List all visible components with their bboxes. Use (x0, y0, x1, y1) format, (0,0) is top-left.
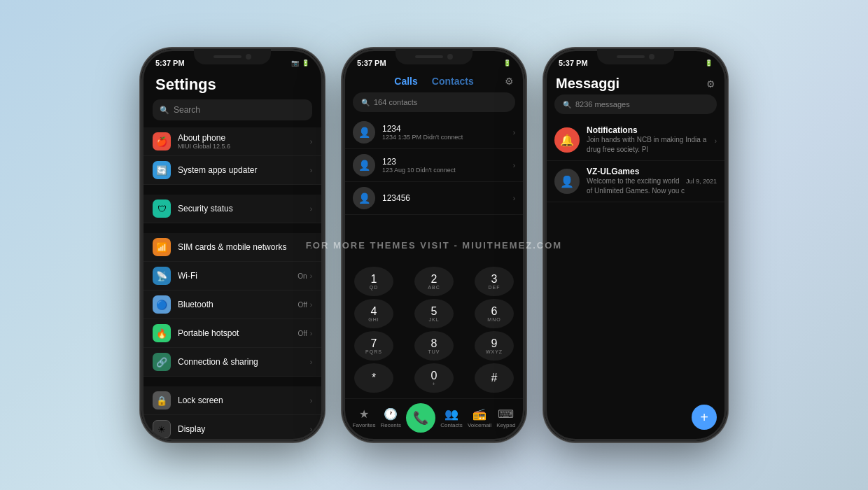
call-name-1: 1234 (382, 124, 513, 134)
settings-item-connection-sharing[interactable]: 🔗 Connection & sharing › (141, 348, 323, 377)
keypad-5[interactable]: 5 JKL (414, 299, 454, 328)
dialer-gear-icon[interactable]: ⚙ (505, 76, 514, 87)
about-phone-icon: 🍎 (153, 132, 171, 150)
system-apps-icon: 🔄 (153, 161, 171, 179)
settings-item-security-status[interactable]: 🛡 Security status › (141, 195, 323, 223)
status-time-3: 5:37 PM (559, 59, 588, 67)
settings-item-wifi[interactable]: 📡 Wi-Fi On › (141, 262, 323, 290)
keypad-num-8: 8 (431, 338, 438, 349)
call-button[interactable]: 📞 (406, 403, 435, 433)
message-item-notifications[interactable]: 🔔 Notifications Join hands with NCB in m… (545, 120, 727, 161)
message-info-vzulgames: VZ-ULGames Welcome to the exciting world… (587, 167, 686, 196)
settings-item-sim[interactable]: 📶 SIM cards & mobile networks › (141, 233, 323, 262)
keypad-7[interactable]: 7 PQRS (354, 331, 393, 360)
compose-button[interactable]: + (692, 405, 717, 430)
tab-favorites[interactable]: ★ Favorites (353, 407, 376, 428)
dialer-search-bar[interactable]: 🔍 164 contacts (353, 92, 515, 112)
notifications-chevron: › (715, 137, 717, 145)
message-item-vzulgames[interactable]: 👤 VZ-ULGames Welcome to the exciting wor… (545, 161, 727, 202)
wifi-label: Wi-Fi (178, 271, 298, 281)
keypad-num-2: 2 (431, 274, 438, 285)
call-item-123[interactable]: 👤 123 123 Aug 10 Didn't connect › (343, 149, 525, 182)
keypad-8[interactable]: 8 TUV (414, 331, 454, 360)
phone-messages: 5:37 PM 🔋 Messaggi ⚙ 🔍 8236 messages 🔔 (545, 49, 727, 441)
message-avatar-notifications: 🔔 (554, 127, 580, 153)
call-chevron-1: › (513, 129, 515, 136)
message-text-notifications: Join hands with NCB in making India a dr… (587, 135, 715, 155)
recents-icon: 🕐 (384, 407, 398, 421)
message-date-vzulgames: Jul 9, 2021 (686, 178, 717, 185)
security-text: Security status (178, 204, 310, 214)
tab-keypad[interactable]: ⌨ Keypad (496, 407, 515, 428)
call-info-1: 1234 1234 1:35 PM Didn't connect (382, 124, 513, 141)
notch-dot-3 (649, 54, 654, 59)
voicemail-icon: 📻 (472, 407, 486, 421)
favorites-label: Favorites (353, 422, 376, 428)
notch-line-3 (617, 55, 645, 58)
notch-3 (597, 49, 674, 64)
messages-search-bar[interactable]: 🔍 8236 messages (554, 94, 717, 114)
keypad-6[interactable]: 6 MNO (475, 299, 514, 328)
messages-content: Messaggi ⚙ 🔍 8236 messages 🔔 Notificatio… (545, 71, 727, 441)
keypad-letters-1: QD (370, 285, 379, 290)
about-phone-text: About phone MIUI Global 12.5.6 (178, 133, 310, 150)
connection-label: Connection & sharing (178, 357, 310, 367)
display-icon: ☀ (153, 420, 171, 438)
settings-item-hotspot[interactable]: 🔥 Portable hotspot Off › (141, 319, 323, 348)
contacts-label: Contacts (440, 422, 463, 428)
tab-contacts[interactable]: 👥 Contacts (440, 407, 463, 428)
system-apps-label: System apps updater (178, 165, 310, 175)
messages-gear-icon[interactable]: ⚙ (706, 78, 715, 90)
keypad-3[interactable]: 3 DEF (475, 267, 514, 296)
recent-calls-list: 👤 1234 1234 1:35 PM Didn't connect › 👤 1… (343, 116, 525, 262)
call-avatar-2: 👤 (353, 154, 375, 176)
keypad-0[interactable]: 0 + (414, 363, 454, 393)
phones-container: 5:37 PM 📷 🔋 Settings 🔍 Search 🍎 (141, 49, 727, 441)
settings-search-bar[interactable]: 🔍 Search (153, 99, 312, 120)
message-meta-notifications: › (715, 134, 717, 146)
keypad-2[interactable]: 2 ABC (414, 267, 454, 296)
keypad-1[interactable]: 1 QD (354, 267, 393, 296)
messages-search-text: 8236 messages (575, 100, 630, 108)
keypad-hash[interactable]: # (475, 363, 514, 393)
settings-item-bluetooth[interactable]: 🔵 Bluetooth Off › (141, 290, 323, 319)
keypad-9[interactable]: 9 WXYZ (475, 331, 514, 360)
security-label: Security status (178, 204, 310, 214)
phone-dialer: 5:37 PM 🔋 Calls Contacts ⚙ 🔍 164 contact… (343, 49, 525, 441)
settings-item-display[interactable]: ☀ Display › (141, 415, 323, 441)
settings-item-lock-screen[interactable]: 🔒 Lock screen › (141, 386, 323, 415)
tab-calls[interactable]: Calls (394, 76, 417, 87)
wifi-value: On (298, 272, 307, 280)
settings-item-about-phone[interactable]: 🍎 About phone MIUI Global 12.5.6 › (141, 127, 323, 156)
status-icons-2: 🔋 (503, 59, 511, 66)
message-name-vzulgames: VZ-ULGames (587, 167, 686, 176)
status-time-1: 5:37 PM (155, 59, 185, 67)
messages-screen: 5:37 PM 🔋 Messaggi ⚙ 🔍 8236 messages 🔔 (545, 49, 727, 441)
tab-recents[interactable]: 🕐 Recents (381, 407, 401, 428)
connection-chevron: › (310, 358, 312, 366)
keypad-4[interactable]: 4 GHI (354, 299, 393, 328)
call-item-123456[interactable]: 👤 123456 › (343, 182, 525, 215)
display-label: Display (178, 424, 310, 434)
search-icon: 🔍 (160, 106, 169, 115)
call-item-1234[interactable]: 👤 1234 1234 1:35 PM Didn't connect › (343, 116, 525, 149)
divider-1 (141, 189, 323, 195)
hotspot-label: Portable hotspot (178, 328, 298, 338)
settings-item-system-apps[interactable]: 🔄 System apps updater › (141, 156, 323, 185)
recents-label: Recents (381, 422, 401, 428)
keypad-num-9: 9 (491, 338, 498, 349)
message-text-vzulgames: Welcome to the exciting world of Unlimit… (587, 176, 686, 196)
call-name-3: 123456 (382, 193, 513, 203)
keypad-row-2: 4 GHI 5 JKL 6 MNO (354, 299, 514, 328)
settings-title: Settings (141, 71, 323, 99)
divider-3 (141, 381, 323, 386)
keypad-num-hash: # (491, 372, 498, 384)
keypad-letters-2: ABC (428, 285, 440, 290)
keypad-letters-4: GHI (368, 317, 379, 322)
dialer-search-text: 164 contacts (374, 98, 417, 106)
tab-voicemail[interactable]: 📻 Voicemail (468, 407, 491, 428)
keypad-star[interactable]: * (354, 363, 393, 393)
camera-icon: 📷 (291, 59, 299, 66)
keypad-num-7: 7 (371, 338, 377, 349)
tab-contacts[interactable]: Contacts (432, 76, 474, 87)
